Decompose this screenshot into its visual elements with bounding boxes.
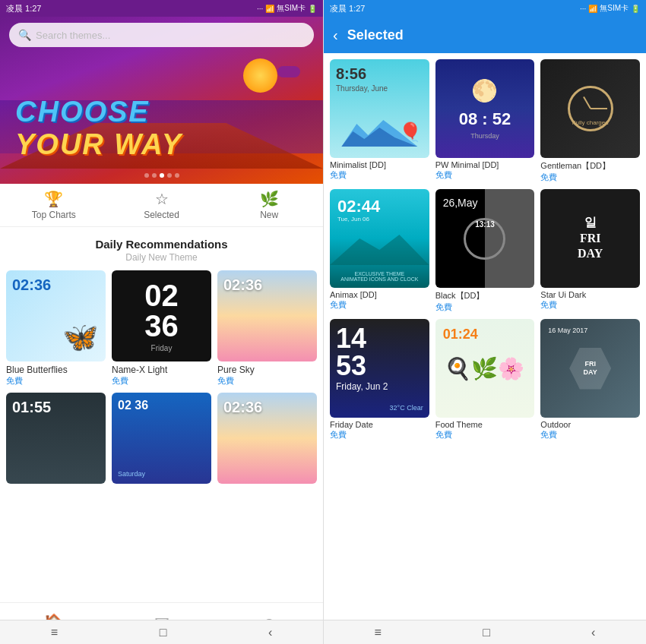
right-menu-button[interactable]: ≡ <box>375 626 382 639</box>
theme-card-row2-2[interactable]: 02 36 Saturday <box>112 393 211 484</box>
sky-time: 02:36 <box>223 276 262 294</box>
right-name-black: Black【DD】 <box>435 290 535 301</box>
right-panel: 凌晨 1:27 ··· 📶 無SIM卡 🔋 ‹ Selected 8:56 Th… <box>323 0 646 644</box>
theme-card-blue-butterflies[interactable]: 02:36 🦋 Blue Butterflies 免費 <box>6 270 106 387</box>
tab-selected[interactable]: ☆ Selected <box>108 184 216 226</box>
right-card-animax[interactable]: 02:44 Tue, Jun 06 EXCLUSIVE THEMEANIMATE… <box>330 189 429 313</box>
back-button-right[interactable]: ‹ <box>333 27 338 44</box>
namex-bg: 02 36 Friday <box>112 270 211 361</box>
namex-36: 36 <box>144 311 179 341</box>
dot-5[interactable] <box>175 173 179 178</box>
thumb-food: 🍳🌿🌸 01:24 <box>435 319 535 418</box>
pwminimal-time: 08 : 52 <box>459 109 511 129</box>
right-card-food[interactable]: 🍳🌿🌸 01:24 Food Theme 免費 <box>435 319 535 440</box>
tab-selected-label: Selected <box>144 210 179 220</box>
row2-date2: Saturday <box>118 470 145 478</box>
thumb-friday: 1453 Friday, Jun 2 32°C Clear <box>330 319 429 418</box>
right-name-minimalist: Minimalist [DD] <box>330 160 429 169</box>
banner-title-line2: YOUR WAY <box>15 128 182 161</box>
right-price-food: 免費 <box>435 429 535 440</box>
left-phone-nav: ≡ □ ‹ <box>0 620 323 644</box>
butterfly-emoji: 🦋 <box>62 320 98 354</box>
theme-card-row2-3[interactable]: 02:36 <box>217 393 317 484</box>
right-name-starui: Star Ui Dark <box>540 290 640 299</box>
right-card-starui[interactable]: 일FRIDAY Star Ui Dark 免費 <box>540 189 640 313</box>
right-status-time: 凌晨 1:27 <box>330 3 365 14</box>
search-bar[interactable]: 🔍 Search themes... <box>9 23 314 47</box>
top-charts-icon: 🏆 <box>44 191 63 207</box>
right-card-friday[interactable]: 1453 Friday, Jun 2 32°C Clear Friday Dat… <box>330 319 429 440</box>
right-card-pwminimal[interactable]: 🌕 08 : 52 Thursday PW Minimal [DD] 免費 <box>435 59 535 183</box>
right-price-pwminimal: 免費 <box>435 169 535 181</box>
right-price-friday: 免費 <box>330 429 429 440</box>
black-dial: 13:13 <box>464 218 505 260</box>
theme-name-blue-butterflies: Blue Butterflies <box>6 365 106 375</box>
right-name-food: Food Theme <box>435 420 535 429</box>
left-panel: 凌晨 1:27 ··· 📶 無SIM卡 🔋 🔍 Search themes...… <box>0 0 323 644</box>
right-price-starui: 免費 <box>540 299 640 311</box>
right-price-gentleman: 免費 <box>540 172 640 183</box>
banner-title: CHOOSE YOUR WAY <box>15 96 182 161</box>
back-button[interactable]: ‹ <box>268 626 272 639</box>
tab-new-label: New <box>260 210 278 220</box>
dot-1[interactable] <box>144 173 149 178</box>
thumb-starui: 일FRIDAY <box>540 189 640 288</box>
clock-hour-hand <box>583 96 591 109</box>
clock-label: Fully charged <box>572 119 609 126</box>
thumb-gentleman: Fully charged <box>540 59 640 158</box>
row2-time2: 02 36 <box>118 399 148 412</box>
tab-top-charts-label: Top Charts <box>32 210 76 220</box>
sim-icon: 無SIM卡 <box>277 3 306 14</box>
right-back-button[interactable]: ‹ <box>591 626 595 639</box>
daily-rec-subtitle: Daily New Theme <box>0 252 323 263</box>
thumb-outdoor: 16 May 2017 FRIDAY <box>540 319 640 418</box>
black-date: 26,May <box>443 197 478 209</box>
right-home-button[interactable]: □ <box>483 626 490 639</box>
thumb-minimalist: 8:56 Thursday, June 🎈 <box>330 59 429 158</box>
search-placeholder: Search themes... <box>36 30 110 41</box>
theme-price-namex: 免費 <box>112 375 211 387</box>
right-name-pwminimal: PW Minimal [DD] <box>435 160 535 169</box>
home-button[interactable]: □ <box>160 626 167 639</box>
right-name-animax: Animax [DD] <box>330 290 429 299</box>
right-status-bar: 凌晨 1:27 ··· 📶 無SIM卡 🔋 <box>324 0 646 17</box>
black-time: 13:13 <box>466 220 503 229</box>
theme-card-row2-1[interactable]: 01:55 <box>6 393 106 484</box>
signal-icon: ··· <box>257 5 263 13</box>
friday-day: Friday, Jun 2 <box>336 381 423 392</box>
dot-3[interactable] <box>160 173 164 178</box>
right-card-black[interactable]: 26,May 13:13 Black【DD】 免費 <box>435 189 535 313</box>
right-card-gentleman[interactable]: Fully charged Gentleman【DD】 免費 <box>540 59 640 183</box>
right-card-outdoor[interactable]: 16 May 2017 FRIDAY Outdoor 免費 <box>540 319 640 440</box>
pwminimal-bg: 🌕 08 : 52 Thursday <box>435 59 535 158</box>
banner-cloud <box>277 66 300 77</box>
right-phone-nav: ≡ □ ‹ <box>324 620 646 644</box>
right-price-animax: 免費 <box>330 299 429 311</box>
right-price-outdoor: 免費 <box>540 429 640 440</box>
new-icon: 🌿 <box>260 191 279 207</box>
left-status-icons: ··· 📶 無SIM卡 🔋 <box>257 3 317 14</box>
theme-price-blue-butterflies: 免費 <box>6 375 106 387</box>
dot-4[interactable] <box>167 173 172 178</box>
right-header-title: Selected <box>347 27 404 43</box>
selected-icon: ☆ <box>155 191 169 207</box>
theme-card-namex[interactable]: 02 36 Friday Name-X Light 免費 <box>112 270 211 387</box>
friday-date: 1453 <box>336 325 423 380</box>
tab-new[interactable]: 🌿 New <box>215 184 323 226</box>
right-sim-icon: 無SIM卡 <box>600 3 629 14</box>
menu-button[interactable]: ≡ <box>51 626 58 639</box>
banner-sun <box>243 58 277 93</box>
dot-2[interactable] <box>152 173 157 178</box>
food-time: 01:24 <box>443 327 478 343</box>
battery-icon: 🔋 <box>308 5 317 13</box>
right-name-gentleman: Gentleman【DD】 <box>540 160 640 172</box>
theme-thumb-puresky: 02:36 <box>217 270 317 361</box>
tab-top-charts[interactable]: 🏆 Top Charts <box>0 184 108 226</box>
theme-card-puresky[interactable]: 02:36 Pure Sky 免費 <box>217 270 317 387</box>
right-header: ‹ Selected <box>324 17 646 53</box>
search-icon: 🔍 <box>18 29 31 41</box>
food-bg: 🍳🌿🌸 01:24 <box>435 319 535 418</box>
starui-bg: 일FRIDAY <box>540 189 640 288</box>
right-card-minimalist[interactable]: 8:56 Thursday, June 🎈 Minimalist [DD] 免費 <box>330 59 429 183</box>
thumb-pwminimal: 🌕 08 : 52 Thursday <box>435 59 535 158</box>
